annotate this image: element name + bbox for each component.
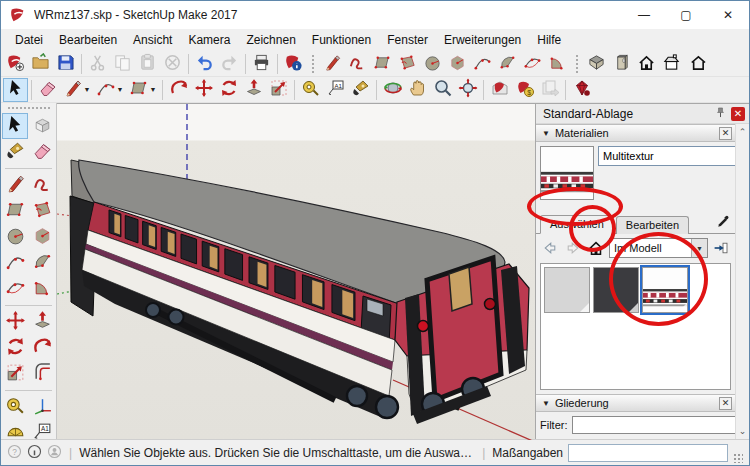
scroll-up-icon[interactable]: ⌃ (739, 124, 747, 140)
menu-datei[interactable]: Datei (7, 30, 51, 50)
dropdown-caret-icon[interactable]: ▼ (150, 86, 157, 93)
move-button[interactable] (191, 78, 216, 102)
move-button[interactable] (2, 309, 28, 335)
pie-segment-button[interactable] (29, 276, 55, 302)
pan-button[interactable] (405, 78, 430, 102)
menu-bearbeiten[interactable]: Bearbeiten (51, 30, 125, 50)
tab-bearbeiten[interactable]: Bearbeiten (616, 216, 689, 234)
copy-button[interactable] (110, 52, 135, 76)
maximize-button[interactable]: ▢ (665, 1, 707, 29)
get-models-button[interactable]: $ (512, 78, 537, 102)
save-button[interactable] (53, 52, 78, 76)
scale-button[interactable] (2, 361, 28, 387)
collapse-triangle-icon[interactable]: ▼ (542, 129, 550, 138)
open-button[interactable] (28, 52, 53, 76)
undo-button[interactable] (192, 52, 217, 76)
materials-close-icon[interactable]: ✕ (719, 127, 732, 140)
scroll-down-icon[interactable]: ⌄ (739, 423, 747, 439)
sign-in-user-icon[interactable] (47, 444, 62, 462)
zoom-extents-button[interactable] (455, 78, 480, 102)
outliner-section-header[interactable]: ▼ Gliederung ✕ (536, 394, 735, 412)
measurements-input[interactable] (568, 444, 728, 462)
model-viewport[interactable] (57, 103, 535, 439)
polygon-button[interactable] (29, 224, 55, 250)
eyedropper-icon[interactable] (716, 214, 731, 231)
collapse-triangle-icon[interactable]: ▼ (542, 399, 550, 408)
orbit-button[interactable] (380, 78, 405, 102)
line-button[interactable] (2, 172, 28, 198)
cut-button[interactable] (85, 52, 110, 76)
filter-input[interactable] (572, 416, 750, 434)
swatch-multitextur[interactable] (642, 267, 688, 313)
push-pull-button[interactable] (241, 78, 266, 102)
text-button[interactable]: A1 (29, 420, 55, 439)
tab-auswaehlen[interactable]: Auswählen (540, 215, 614, 234)
follow-me-button[interactable] (166, 78, 191, 102)
menu-fenster[interactable]: Fenster (379, 30, 436, 50)
paste-button[interactable] (135, 52, 160, 76)
line-button[interactable]: ▼ (60, 78, 93, 102)
minimize-button[interactable]: — (623, 1, 665, 29)
menu-erweiterungen[interactable]: Erweiterungen (436, 30, 529, 50)
redo-button[interactable] (217, 52, 242, 76)
line-button[interactable] (320, 52, 345, 76)
pie-segment-button[interactable] (545, 52, 570, 76)
paint-bucket-button[interactable] (348, 78, 373, 102)
menu-hilfe[interactable]: Hilfe (529, 30, 569, 50)
model-info-button[interactable] (281, 52, 306, 76)
tape-measure-button[interactable] (2, 394, 28, 420)
select-button[interactable] (2, 113, 28, 139)
arc-button[interactable]: ▼ (93, 78, 126, 102)
pie-button[interactable] (29, 250, 55, 276)
rotate-button[interactable] (216, 78, 241, 102)
material-name-input[interactable] (598, 146, 750, 166)
freehand-button[interactable] (345, 52, 370, 76)
delete-button[interactable] (160, 52, 185, 76)
freehand-button[interactable] (29, 172, 55, 198)
view-side-button[interactable] (609, 52, 634, 76)
make-component-button[interactable] (29, 113, 55, 139)
rectangle-button[interactable] (370, 52, 395, 76)
rectangle-button[interactable] (2, 198, 28, 224)
share-model-button[interactable] (537, 78, 562, 102)
tape-measure-button[interactable] (298, 78, 323, 102)
rotated-rectangle-button[interactable] (29, 198, 55, 224)
paint-bucket-button[interactable] (2, 139, 28, 165)
eraser-button[interactable] (35, 78, 60, 102)
back-arrow-icon[interactable] (540, 238, 560, 258)
polygon-button[interactable] (445, 52, 470, 76)
toolbar-grip[interactable] (311, 54, 315, 74)
arc-button[interactable] (2, 250, 28, 276)
home-icon[interactable] (586, 238, 606, 258)
circle-button[interactable] (420, 52, 445, 76)
axes-button[interactable] (29, 394, 55, 420)
circle-button[interactable] (2, 224, 28, 250)
menu-kamera[interactable]: Kamera (180, 30, 238, 50)
dropdown-caret-icon[interactable]: ▼ (84, 86, 91, 93)
tray-close-icon[interactable]: ✕ (731, 107, 745, 121)
toolbar-grip[interactable] (575, 54, 579, 74)
details-arrow-icon[interactable] (711, 238, 731, 258)
menu-zeichnen[interactable]: Zeichnen (238, 30, 303, 50)
protractor-button[interactable] (2, 420, 28, 439)
toolbar-grip[interactable] (7, 106, 50, 110)
select-button[interactable] (3, 78, 28, 102)
text-button[interactable]: A1 (323, 78, 348, 102)
collection-dropdown[interactable]: Im Modell ▼ (609, 238, 708, 258)
zoom-button[interactable] (430, 78, 455, 102)
eraser-button[interactable] (29, 139, 55, 165)
materials-section-header[interactable]: ▼ Materialien ✕ (536, 124, 735, 142)
tray-scrollbar[interactable]: ⌃ ⌄ (735, 124, 749, 439)
rotate-button[interactable] (2, 335, 28, 361)
pie-button[interactable] (495, 52, 520, 76)
pin-icon[interactable] (714, 106, 727, 122)
rectangle-button[interactable]: ▼ (126, 78, 159, 102)
help-icon[interactable]: ? (7, 444, 22, 462)
print-button[interactable] (249, 52, 274, 76)
follow-me-button[interactable] (29, 335, 55, 361)
warehouse-3d-button[interactable] (487, 78, 512, 102)
view-front-button[interactable] (634, 52, 659, 76)
close-button[interactable]: ✕ (707, 1, 749, 29)
menu-funktionen[interactable]: Funktionen (304, 30, 379, 50)
swatch-light-gray[interactable] (544, 267, 590, 313)
